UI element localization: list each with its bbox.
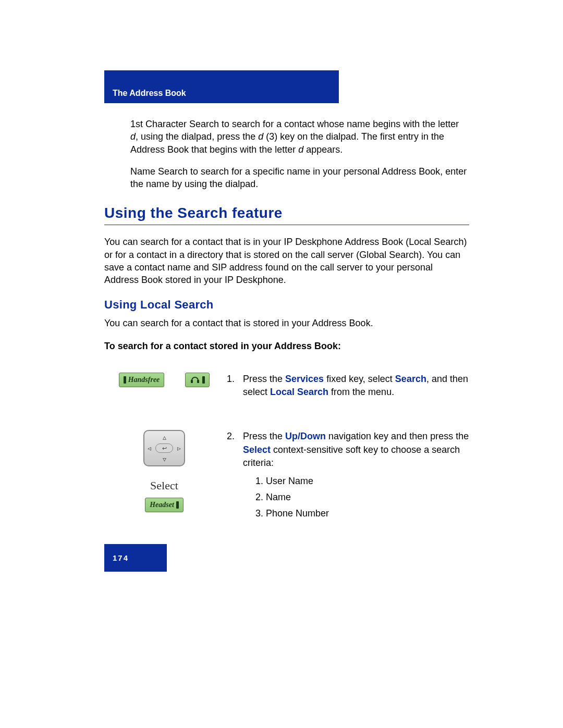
- arrow-down-icon: ▿: [163, 455, 166, 463]
- page-footer: 174: [104, 544, 167, 572]
- step-2-content: Press the Up/Down navigation key and the…: [243, 430, 469, 523]
- enter-key-icon: ↩: [155, 443, 173, 453]
- svg-rect-0: [191, 380, 193, 383]
- heading-2: Using Local Search: [104, 298, 469, 312]
- letter-d: d: [298, 144, 303, 155]
- svg-rect-1: [197, 380, 199, 383]
- step-1-images: Handsfree: [104, 373, 224, 387]
- arrow-up-icon: ▵: [163, 433, 166, 441]
- s2-c: context-sensitive soft key to choose a s…: [243, 445, 460, 468]
- s1-a: Press the: [243, 374, 285, 384]
- softkey-icon: [185, 373, 210, 387]
- body-paragraph-1: You can search for a contact that is in …: [104, 236, 469, 286]
- intro-paragraph-2: Name Search to search for a specific nam…: [130, 165, 469, 191]
- s2-a: Press the: [243, 431, 285, 441]
- intro-paragraph-1: 1st Character Search to search for a con…: [130, 118, 469, 156]
- step-2-text: 2. Press the Up/Down navigation key and …: [224, 430, 469, 523]
- arrow-left-icon: ◃: [148, 444, 151, 452]
- indicator-bar-icon: [176, 501, 179, 509]
- criteria-list: 1. User Name 2. Name 3. Phone Number: [255, 475, 469, 521]
- s1-b: fixed key, select: [324, 374, 395, 384]
- intro-p1-d: appears.: [303, 144, 342, 155]
- arrow-right-icon: ▹: [177, 444, 181, 452]
- handsfree-key-icon: Handsfree: [119, 373, 165, 387]
- letter-d: d: [258, 131, 263, 142]
- updown-label: Up/Down: [285, 431, 326, 441]
- s2-b: navigation key and then press the: [326, 431, 469, 441]
- select-label: Select: [150, 479, 178, 492]
- step-1-row: Handsfree 1. Press the Services fixed ke…: [104, 373, 469, 399]
- search-label: Search: [395, 374, 426, 384]
- navigation-key-icon: ▵ ▿ ◃ ▹ ↩: [143, 430, 185, 466]
- services-label: Services: [285, 374, 324, 384]
- headset-glyph-icon: [190, 375, 200, 385]
- s1-d: from the menu.: [328, 387, 394, 397]
- intro-p1-a: 1st Character Search to search for a con…: [130, 119, 459, 129]
- heading-1: Using the Search feature: [104, 205, 469, 225]
- step-1-content: Press the Services fixed key, select Sea…: [243, 373, 469, 399]
- step-1-text: 1. Press the Services fixed key, select …: [224, 373, 469, 399]
- local-search-label: Local Search: [270, 387, 328, 397]
- indicator-bar-icon: [202, 376, 205, 384]
- criteria-3: 3. Phone Number: [255, 507, 469, 520]
- criteria-2: 2. Name: [255, 491, 469, 504]
- handsfree-label: Handsfree: [128, 376, 160, 384]
- intro-p2: Name Search to search for a specific nam…: [130, 166, 467, 189]
- letter-d: d: [130, 131, 136, 142]
- intro-p1-b: , using the dialpad, press the: [136, 131, 258, 142]
- page-header: The Address Book: [104, 70, 339, 103]
- instruction-bold: To search for a contact stored in your A…: [104, 341, 469, 352]
- header-title: The Address Book: [113, 89, 186, 97]
- page-number: 174: [113, 553, 129, 562]
- select-key-label: Select: [243, 445, 271, 455]
- step-2-images: ▵ ▿ ◃ ▹ ↩ Select Headset: [104, 430, 224, 512]
- headset-key-icon: Headset: [145, 498, 183, 512]
- document-page: The Address Book 1st Character Search to…: [104, 70, 469, 554]
- step-number: 1.: [224, 373, 235, 399]
- criteria-1: 1. User Name: [255, 475, 469, 488]
- step-2-row: ▵ ▿ ◃ ▹ ↩ Select Headset 2. Press the Up…: [104, 430, 469, 523]
- step-number: 2.: [224, 430, 235, 523]
- headset-label: Headset: [150, 501, 174, 509]
- body-paragraph-2: You can search for a contact that is sto…: [104, 317, 469, 329]
- indicator-bar-icon: [124, 376, 126, 384]
